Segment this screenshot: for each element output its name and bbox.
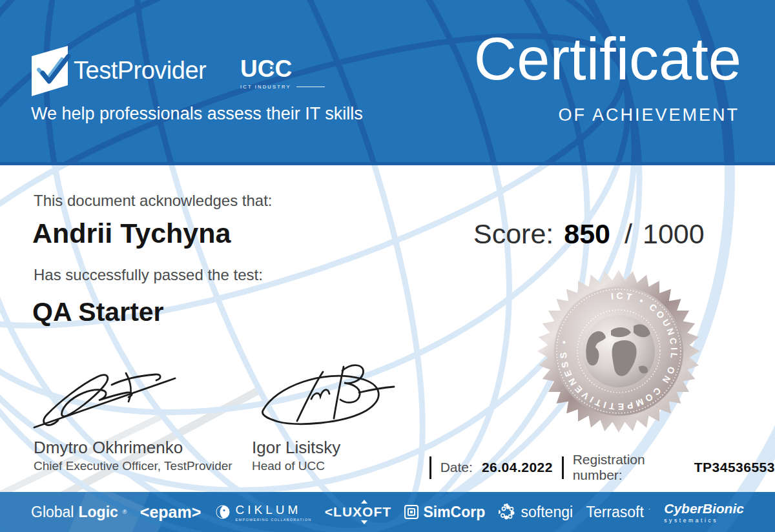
partner-logo-epam: <epam>	[140, 503, 202, 522]
ciklum-icon	[214, 504, 231, 520]
date-value: 26.04.2022	[482, 460, 553, 475]
partner-logo-terrasoft: Terrasoft˙	[586, 504, 650, 521]
score-max: 1000	[643, 218, 705, 250]
globallogic-text-bold: Logic	[78, 504, 118, 521]
partner-logo-globallogic: GlobalLogic®	[31, 504, 127, 521]
partner-logo-softengi: softengi	[499, 503, 574, 521]
brand-name: TestProvider	[74, 57, 206, 85]
partner-logo-simcorp: SimCorp	[404, 504, 485, 521]
acknowledge-label: This document acknowledges that:	[34, 192, 273, 210]
ciklum-caption: EMPOWERING COLLABORATION	[236, 518, 312, 522]
softengi-icon	[499, 503, 517, 521]
ucc-logo: UCC ICT INDUSTRY	[240, 56, 325, 90]
partner-logo-ciklum: CIKLUM EMPOWERING COLLABORATION	[214, 503, 312, 522]
brand-tagline: We help professionals assess their IT sk…	[31, 104, 363, 124]
ict-council-seal: ICT • COUNCIL ON COMPETITIVENESS •	[537, 270, 700, 433]
luxoft-bracket: <	[325, 504, 333, 519]
passed-label: Has successfully passed the test:	[34, 266, 263, 284]
details-row: Date: 26.04.2022 Registration number: TP…	[429, 452, 775, 483]
score-value: 850	[564, 218, 610, 250]
partner-logos-row: GlobalLogic® <epam> CIKLUM EMPOWERING CO…	[0, 492, 775, 532]
test-name: QA Starter	[32, 297, 164, 327]
ucc-caption-rule	[296, 87, 325, 87]
certificate-title: Certificate	[474, 23, 741, 94]
date-divider-bar	[429, 456, 431, 479]
cyberbionic-text: CyberBionic	[664, 501, 744, 517]
signer-title: Head of UCC	[252, 459, 340, 473]
registration-value: TP34536553	[694, 460, 775, 475]
signer-name: Igor Lisitsky	[252, 438, 340, 458]
signature-block-ceo: Dmytro Okhrimenko Chief Executive Office…	[34, 438, 232, 473]
ucc-logo-text: UCC	[240, 56, 292, 83]
epam-text: <epam>	[140, 503, 202, 522]
certificate-page: TestProvider UCC ICT INDUSTRY We help pr…	[0, 0, 775, 532]
date-divider-bar	[562, 456, 564, 479]
signature-block-ucc: Igor Lisitsky Head of UCC	[252, 438, 340, 473]
cyberbionic-subtext: systematics	[664, 517, 718, 524]
luxoft-word: LUXOFT	[333, 504, 391, 519]
recipient-name: Andrii Tychyna	[32, 218, 231, 249]
luxoft-caret-down-icon	[361, 520, 367, 524]
globallogic-text-light: Global	[31, 504, 74, 521]
simcorp-text: SimCorp	[423, 504, 485, 521]
registered-mark: ®	[123, 509, 127, 515]
ciklum-text: CIKLUM	[236, 503, 312, 517]
signature-igor-lisitsky	[247, 359, 395, 433]
partner-logo-luxoft: <LUXOFT	[325, 504, 391, 520]
score-divider: /	[625, 218, 632, 250]
softengi-text: softengi	[521, 504, 574, 521]
partner-logo-cyberbionic: CyberBionic systematics	[664, 501, 744, 524]
luxoft-text: <LUXOFT	[325, 504, 391, 520]
score-row: Score: 850 / 1000	[473, 218, 705, 250]
signature-dmytro-okhrimenko	[29, 359, 178, 433]
score-label: Score:	[473, 218, 553, 250]
date-label: Date:	[440, 460, 473, 475]
terrasoft-mark: ˙	[648, 507, 651, 517]
signer-title: Chief Executive Officer, TestProvider	[34, 459, 232, 473]
certificate-subtitle: OF ACHIEVEMENT	[558, 105, 739, 125]
terrasoft-text: Terrasoft	[586, 504, 643, 521]
simcorp-icon	[404, 505, 418, 519]
registration-label: Registration number:	[573, 452, 685, 483]
signer-name: Dmytro Okhrimenko	[34, 438, 232, 458]
ucc-caption: ICT INDUSTRY	[240, 84, 291, 90]
luxoft-caret-up-icon	[361, 500, 367, 504]
testprovider-checkmark-icon	[31, 45, 71, 98]
ucc-logo-dot-core	[270, 66, 273, 69]
